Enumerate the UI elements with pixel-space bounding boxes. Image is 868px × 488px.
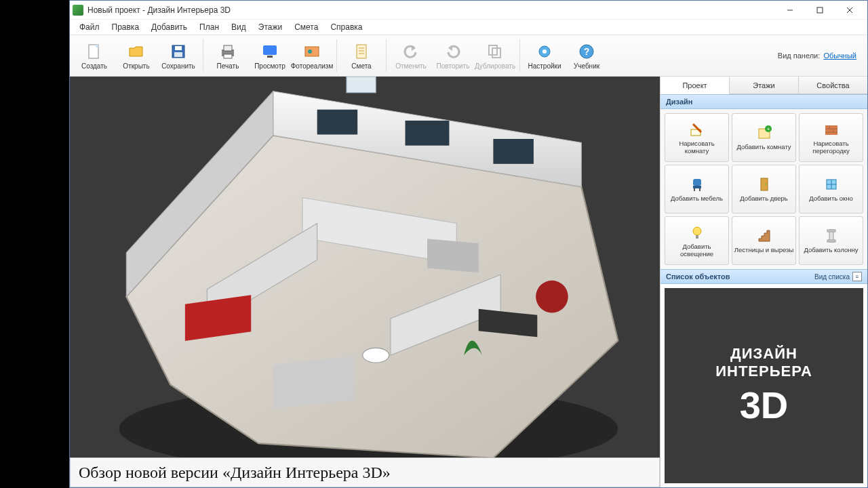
svg-point-41 [536, 281, 568, 313]
viewport-3d[interactable]: Обзор новой версии «Дизайн Интерьера 3D» [70, 77, 660, 487]
open-button[interactable]: Открыть [116, 37, 157, 75]
photoreal-button[interactable]: Фотореализм [292, 37, 332, 75]
menu-floors[interactable]: Этажи [253, 21, 288, 33]
label: Добавить дверь [740, 195, 788, 202]
duplicate-button[interactable]: Дублировать [475, 37, 515, 75]
menu-estimate[interactable]: Смета [289, 21, 323, 33]
list-view-icon-button[interactable]: ≡ [852, 272, 862, 281]
add-furniture-button[interactable]: Добавить мебель [665, 165, 729, 214]
tab-floors[interactable]: Этажи [730, 77, 799, 94]
door-icon [755, 176, 773, 193]
panel-mode-link[interactable]: Обычный [823, 52, 856, 60]
column-icon [823, 227, 840, 245]
menu-help[interactable]: Справка [325, 21, 368, 33]
printer-icon [218, 42, 237, 61]
window-icon [823, 176, 840, 193]
svg-text:?: ? [584, 46, 590, 57]
svg-rect-55 [693, 179, 701, 186]
close-button[interactable] [835, 1, 865, 20]
brick-wall-icon [823, 121, 840, 138]
panel-mode-label: Вид панели: [778, 52, 820, 60]
add-room-button[interactable]: + Добавить комнату [732, 113, 796, 162]
promo-line3: 3D [740, 383, 789, 427]
menu-edit[interactable]: Правка [106, 21, 145, 33]
svg-rect-35 [317, 110, 358, 135]
label: Лестницы и вырезы [734, 247, 793, 253]
lightbulb-icon [688, 224, 706, 241]
svg-point-43 [363, 348, 389, 363]
list-view-options: Вид списка ≡ [814, 272, 862, 281]
undo-button[interactable]: Отменить [391, 37, 431, 75]
duplicate-label: Дублировать [475, 62, 515, 70]
panel-mode: Вид панели: Обычный [778, 52, 863, 60]
svg-rect-44 [347, 77, 376, 93]
add-column-button[interactable]: Добавить колонну [799, 216, 863, 265]
maximize-icon [816, 7, 823, 14]
toolbar: Создать Открыть Сохранить Печать Просмот… [70, 35, 867, 77]
tab-properties[interactable]: Свойства [799, 77, 867, 94]
help-button[interactable]: ? Учебник [566, 37, 607, 75]
settings-button[interactable]: Настройки [524, 37, 565, 75]
svg-rect-10 [224, 45, 232, 51]
svg-rect-50 [825, 125, 837, 135]
promo-line2: ИНТЕРЬЕРА [715, 363, 812, 380]
stairs-button[interactable]: Лестницы и вырезы [732, 216, 796, 265]
objects-header-label: Список объектов [666, 272, 730, 281]
label: Нарисовать комнату [667, 140, 727, 155]
duplicate-icon [486, 42, 505, 61]
maximize-button[interactable] [805, 1, 835, 20]
list-view-label: Вид списка [814, 273, 850, 281]
label: Нарисовать перегородку [801, 140, 861, 155]
save-icon [169, 42, 188, 61]
new-file-icon [85, 42, 104, 61]
caption-text: Обзор новой версии «Дизайн Интерьера 3D» [79, 464, 391, 482]
svg-rect-8 [174, 52, 182, 57]
folder-open-icon [127, 42, 146, 61]
toolbar-separator [203, 39, 203, 72]
app-window: Новый проект - Дизайн Интерьера 3D Файл … [69, 0, 868, 488]
monitor-icon [260, 42, 279, 61]
menu-file[interactable]: Файл [74, 21, 105, 33]
titlebar: Новый проект - Дизайн Интерьера 3D [70, 1, 867, 20]
design-header-label: Дизайн [666, 98, 692, 106]
menu-add[interactable]: Добавить [146, 21, 193, 33]
label: Добавить освещение [667, 243, 727, 258]
redo-label: Повторить [437, 62, 470, 70]
create-label: Создать [81, 62, 107, 70]
add-light-button[interactable]: Добавить освещение [665, 216, 729, 265]
minimize-button[interactable] [775, 1, 805, 20]
menu-plan[interactable]: План [194, 21, 224, 33]
estimate-icon [352, 42, 371, 61]
svg-rect-37 [493, 139, 534, 164]
svg-point-60 [765, 184, 766, 185]
letterbox-left [0, 0, 69, 488]
svg-rect-11 [224, 54, 232, 58]
undo-icon [401, 42, 420, 61]
menu-view[interactable]: Вид [226, 21, 252, 33]
add-window-button[interactable]: Добавить окно [799, 165, 863, 214]
tab-project[interactable]: Проект [660, 77, 730, 94]
svg-rect-68 [827, 240, 835, 242]
gear-icon [535, 42, 554, 61]
estimate-button[interactable]: Смета [341, 37, 382, 75]
add-door-button[interactable]: Добавить дверь [732, 165, 796, 214]
svg-rect-40 [427, 239, 479, 272]
preview-button[interactable]: Просмотр [250, 37, 290, 75]
floorplan-3d-icon [70, 77, 660, 487]
draw-room-button[interactable]: Нарисовать комнату [665, 113, 729, 162]
svg-rect-36 [406, 121, 450, 146]
video-caption: Обзор новой версии «Дизайн Интерьера 3D» [70, 458, 660, 487]
print-button[interactable]: Печать [208, 37, 248, 75]
window-controls [775, 1, 865, 20]
draw-wall-button[interactable]: Нарисовать перегородку [799, 113, 863, 162]
create-button[interactable]: Создать [74, 37, 115, 75]
save-button[interactable]: Сохранить [158, 37, 199, 75]
toolbar-separator [519, 39, 520, 72]
menubar: Файл Правка Добавить План Вид Этажи Смет… [70, 20, 867, 35]
help-label: Учебник [574, 62, 599, 70]
svg-text:+: + [766, 126, 770, 132]
close-icon [846, 7, 853, 14]
label: Добавить мебель [671, 195, 723, 202]
svg-point-15 [308, 49, 312, 54]
redo-button[interactable]: Повторить [433, 37, 473, 75]
